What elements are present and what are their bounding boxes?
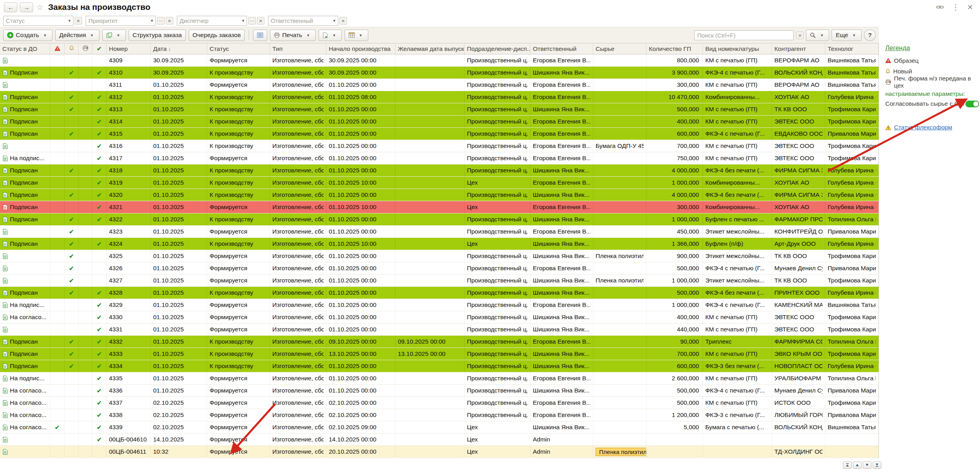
table-row[interactable]: Подписан✔✔433301.10.2025К производствуИз…	[0, 348, 879, 360]
table-row[interactable]: 431101.10.2025ФормируетсяИзготовление, с…	[0, 79, 879, 91]
table-row[interactable]: ✔00ЦБ-00461014.10.2025ФормируетсяИзготов…	[0, 434, 879, 446]
table-row[interactable]: Подписан✔✔432201.10.2025К производствуИз…	[0, 213, 879, 226]
table-row[interactable]: Подписан✔✔431301.10.2025К производствуИз…	[0, 103, 879, 116]
column-header-status-do[interactable]: Статус в ДО	[0, 43, 50, 54]
forward-button[interactable]	[20, 2, 33, 12]
search-input[interactable]	[694, 30, 794, 40]
actions-button[interactable]: Действия	[55, 30, 99, 41]
table-row[interactable]: Подписан✔✔431201.10.2025К производствуИз…	[0, 91, 879, 103]
print-button[interactable]: Печать	[270, 30, 316, 41]
document-stack-icon	[106, 32, 112, 38]
row-down-button[interactable]	[863, 462, 871, 469]
responsible-filter-input[interactable]	[268, 16, 331, 25]
status-filter-input[interactable]	[4, 16, 66, 25]
table-row[interactable]: Подписан✔✔431030.09.2025К производствуИз…	[0, 67, 879, 79]
dispatcher-filter-input[interactable]	[177, 16, 240, 25]
chevron-down-icon[interactable]	[331, 18, 338, 23]
table-row[interactable]: На согласо...✔433802.10.2025ФормируетсяИ…	[0, 409, 879, 421]
link-icon[interactable]	[936, 5, 944, 9]
table-row[interactable]: На согласо...✔433601.10.2025ФормируетсяИ…	[0, 385, 879, 397]
column-header-number[interactable]: Номер	[107, 43, 151, 54]
table-row[interactable]: Подписан✔✔432001.10.2025К производствуИз…	[0, 189, 879, 201]
dispatcher-filter-combo[interactable]	[177, 16, 247, 26]
clear-dispatcher-filter-button[interactable]	[257, 17, 264, 24]
clear-responsible-filter-button[interactable]	[339, 17, 347, 24]
dispatcher-filter-ellipsis-button[interactable]	[248, 17, 256, 24]
create-button[interactable]: Создать	[3, 30, 52, 41]
column-header-sample[interactable]	[50, 43, 65, 54]
table-row[interactable]: ✔432601.10.2025ФормируетсяИзготовление, …	[0, 262, 879, 275]
table-row[interactable]: На подпис...✔433501.10.2025ФормируетсяИз…	[0, 372, 879, 385]
column-header-raw[interactable]: Сырье	[593, 43, 646, 54]
column-header-technologist[interactable]: Технолог	[825, 43, 879, 54]
table-row[interactable]: На подпис...✔432901.10.2025ФормируетсяИз…	[0, 299, 879, 311]
table-row[interactable]: Подписан✔✔433201.10.2025К производствуИз…	[0, 336, 879, 348]
column-header-status[interactable]: Статус	[207, 43, 270, 54]
favorite-star-icon[interactable]	[36, 2, 43, 12]
column-header-new[interactable]	[65, 43, 79, 54]
priority-filter-ellipsis-button[interactable]	[157, 17, 165, 24]
more-button[interactable]: Еще	[832, 30, 862, 41]
column-header-desired[interactable]: Желаемая дата выпуска	[395, 43, 465, 54]
table-row[interactable]: Подписан✔✔432801.10.2025К производствуИз…	[0, 287, 879, 299]
list-settings-button[interactable]	[253, 30, 267, 41]
cell-desired	[395, 91, 465, 103]
table-row[interactable]: ✔432301.10.2025ФормируетсяИзготовление, …	[0, 226, 879, 238]
status-filter-combo[interactable]	[3, 16, 73, 26]
column-header-confirmed[interactable]: ✔	[92, 43, 107, 54]
order-structure-button[interactable]: Структура заказа	[129, 30, 186, 41]
column-header-date[interactable]: Дата↓	[151, 43, 207, 54]
cell-start: 02.10.2025 00:00	[326, 397, 395, 409]
table-row[interactable]: На подпис...✔431701.10.2025ФормируетсяИз…	[0, 152, 879, 165]
table-row[interactable]: ✔431601.10.2025К производствуИзготовлени…	[0, 140, 879, 152]
chevron-down-icon[interactable]	[66, 18, 73, 23]
clear-search-button[interactable]	[796, 32, 804, 39]
table-row[interactable]: ✔432501.10.2025ФормируетсяИзготовление, …	[0, 250, 879, 262]
table-row[interactable]: 00ЦБ-00461110:32ФормируетсяИзготовление,…	[0, 446, 879, 458]
raw-material-highlight[interactable]: Пленка полиэтиле...	[596, 448, 646, 456]
set-status-button[interactable]	[102, 30, 126, 41]
back-button[interactable]	[4, 2, 17, 12]
clear-priority-filter-button[interactable]	[166, 17, 173, 24]
kebab-menu-icon[interactable]	[952, 2, 959, 12]
responsible-filter-combo[interactable]	[268, 16, 338, 26]
priority-filter-combo[interactable]	[86, 16, 156, 26]
close-icon[interactable]	[967, 2, 973, 12]
report-button[interactable]	[319, 30, 342, 41]
order-queue-button[interactable]: Очередь заказов	[189, 30, 245, 41]
table-row[interactable]: На согласо...✔433702.10.2025ФормируетсяИ…	[0, 397, 879, 409]
go-last-button[interactable]	[873, 462, 881, 469]
table-row[interactable]: Подписан✔✔432401.10.2025К производствуИз…	[0, 238, 879, 250]
cell-start: 02.10.2025 09:00	[326, 421, 395, 433]
clear-status-filter-button[interactable]	[75, 17, 82, 24]
table-row[interactable]: ✔433101.10.2025ФормируетсяИзготовление, …	[0, 323, 879, 336]
flexoform-status-link[interactable]: Статус флексоформ	[894, 124, 952, 131]
table-row[interactable]: Подписан✔✔431801.10.2025К производствуИз…	[0, 165, 879, 177]
column-header-start[interactable]: Начало производства	[326, 43, 395, 54]
table-row[interactable]: Подписан✔432101.10.2025ФормируетсяИзгото…	[0, 201, 879, 213]
column-header-type[interactable]: Тип	[270, 43, 326, 54]
column-header-nomenclature[interactable]: Вид номенклатуры	[703, 43, 772, 54]
table-row[interactable]: На согласо...✔✔433902.10.2025Формируется…	[0, 421, 879, 434]
omto-toggle[interactable]	[965, 101, 979, 107]
table-row[interactable]: 430930.09.2025ФормируетсяИзготовление, с…	[0, 54, 879, 67]
help-button[interactable]: ?	[864, 30, 876, 41]
table-row[interactable]: На согласо...✔433001.10.2025ФормируетсяИ…	[0, 311, 879, 323]
table-row[interactable]: Подписан✔✔431501.10.2025К производствуИз…	[0, 128, 879, 140]
priority-filter-input[interactable]	[86, 16, 148, 25]
column-header-contractor[interactable]: Контрагент	[772, 43, 825, 54]
search-button[interactable]	[806, 30, 829, 41]
row-up-button[interactable]	[853, 462, 862, 469]
table-row[interactable]: Подписан✔431901.10.2025К производствуИзг…	[0, 177, 879, 189]
column-header-department[interactable]: Подразделение-дисп...	[465, 43, 530, 54]
chevron-down-icon[interactable]	[148, 18, 156, 23]
go-first-button[interactable]	[843, 462, 852, 469]
export-table-button[interactable]	[345, 30, 368, 41]
table-row[interactable]: Подписан✔431401.10.2025К производствуИзг…	[0, 116, 879, 128]
chevron-down-icon[interactable]	[240, 18, 247, 23]
column-header-responsible[interactable]: Ответственный	[530, 43, 593, 54]
table-row[interactable]: Подписан✔✔433401.10.2025К производствуИз…	[0, 360, 879, 372]
column-header-print-form[interactable]	[79, 43, 92, 54]
column-header-qty[interactable]: Количество ГП	[646, 43, 703, 54]
table-row[interactable]: ✔432701.10.2025ФормируетсяИзготовление, …	[0, 275, 879, 287]
